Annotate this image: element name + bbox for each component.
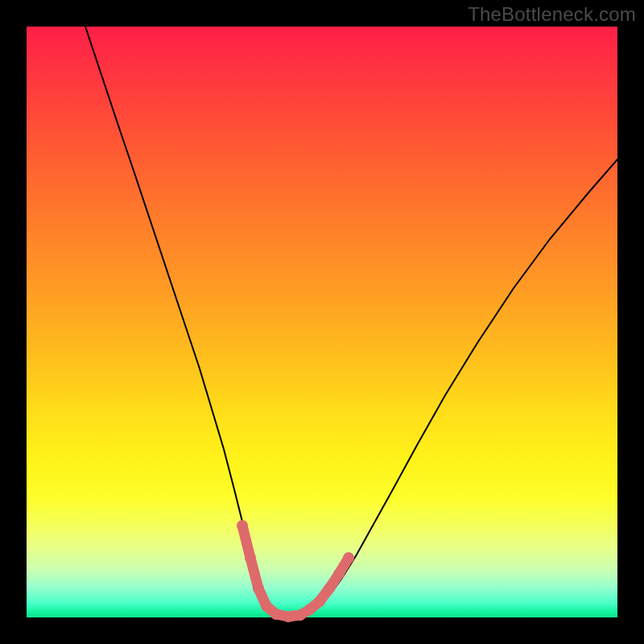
- optimal-region-dot: [237, 520, 248, 531]
- optimal-region-dot: [333, 568, 345, 580]
- optimal-region-dot: [324, 583, 335, 594]
- optimal-region-dot: [245, 552, 256, 564]
- optimal-region-dot: [295, 609, 306, 621]
- optimal-region-dot: [283, 611, 294, 622]
- optimal-region-dot: [261, 601, 272, 612]
- bottleneck-curve: [85, 27, 617, 617]
- chart-svg: [27, 27, 617, 617]
- optimal-region-dot: [343, 552, 354, 564]
- optimal-region-dot: [253, 583, 264, 594]
- chart-plot-area: [27, 27, 617, 617]
- optimal-region-dot: [314, 596, 325, 607]
- optimal-region-dot: [304, 604, 316, 615]
- optimal-region-dot: [270, 609, 282, 620]
- optimal-region-stroke: [242, 526, 349, 617]
- watermark-text: TheBottleneck.com: [468, 3, 636, 26]
